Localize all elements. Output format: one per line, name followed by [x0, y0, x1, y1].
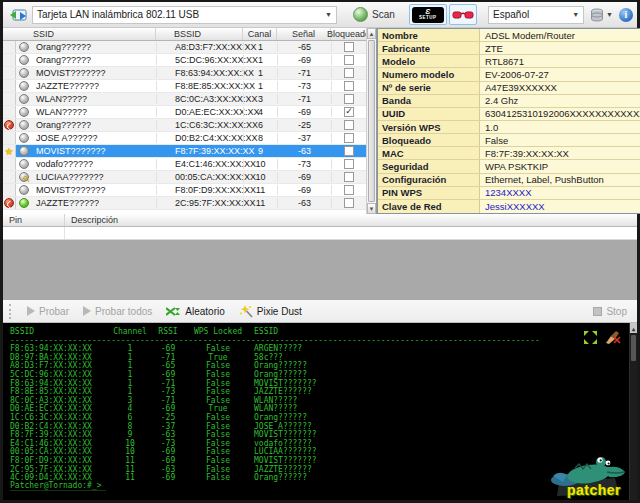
term-col-rssi: RSSI	[150, 328, 186, 337]
cell-ssid: MOVIST???????	[32, 68, 156, 78]
pin-cell	[3, 227, 65, 239]
table-row[interactable]: JAZZTE?????? F8:8E:85:XX:XX:XX 1 -73	[3, 80, 366, 93]
cell-ssid: JAZZTE??????	[32, 81, 156, 91]
blocked-checkbox[interactable]	[344, 133, 354, 143]
detail-value-network-key[interactable]: JessiXXXXXX	[480, 200, 640, 213]
cell-senal: -73	[277, 159, 331, 169]
pixie-dust-button[interactable]: Pixie Dust	[235, 303, 306, 320]
database-button[interactable]: ▼	[590, 8, 613, 22]
table-row-selected[interactable]: ★ MOVIST??????? F8:7F:39:XX:XX:XX 9 -63	[3, 145, 366, 158]
table-row[interactable]: JOSE A?????? D0:B2:C4:XX:XX:XX 8 -37	[3, 132, 366, 145]
terminal-row: F8:7F:39:XX:XX:XX9-63FalseMOVIST???????	[10, 431, 637, 440]
column-header-canal[interactable]: Canal	[243, 28, 277, 40]
blocked-checkbox[interactable]	[344, 107, 354, 117]
column-header-bloqueado[interactable]: Bloqueado	[331, 28, 366, 40]
cell-bssid: D0:B2:C4:XX:XX:XX	[156, 133, 243, 143]
terminal-row: E4:C1:46:XX:XX:XX10-73Falsevodafo??????	[10, 440, 637, 449]
blocked-checkbox[interactable]	[344, 55, 354, 65]
scroll-up-arrow[interactable]: ▲	[367, 28, 376, 39]
table-row[interactable]: WLAN????? 8C:0C:A3:XX:XX:XX 3 -71	[3, 93, 366, 106]
table-row[interactable]: MOVIST??????? F8:63:94:XX:XX:XX 1 -71	[3, 67, 366, 80]
scrollbar-thumb[interactable]	[368, 40, 375, 202]
probar-button[interactable]: Probar	[23, 304, 73, 319]
stop-button[interactable]: Stop	[589, 304, 631, 319]
table-row[interactable]: JAZZTE?????? 2C:95:7F:XX:XX:XX 11 -63	[3, 197, 366, 210]
table-row[interactable]: Orang?????? 5C:DC:96:XX:XX:XX 1 -69	[3, 54, 366, 67]
cell-bssid: 1C:C6:3C:XX:XX:XX	[156, 120, 243, 130]
detail-value-pin-wps[interactable]: 1234XXXX	[480, 187, 640, 199]
table-row[interactable]: Orang?????? A8:D3:F7:XX:XX:XX 1 -65	[3, 41, 366, 54]
table-row[interactable]: vodafo?????? E4:C1:46:XX:XX:XX 10 -73	[3, 158, 366, 171]
signal-sphere-key-icon	[16, 172, 32, 182]
blocked-checkbox[interactable]	[344, 81, 354, 91]
cell-canal: 3	[243, 94, 277, 104]
blocked-checkbox[interactable]	[344, 94, 354, 104]
magic-wand-icon	[239, 305, 253, 318]
column-header-senal[interactable]: Señal	[277, 28, 331, 40]
terminal-output: BSSID Channel RSSI WPS Locked ESSID ----…	[3, 323, 637, 483]
column-header-ssid[interactable]: SSID	[3, 28, 156, 40]
cell-senal: -69	[277, 172, 331, 182]
detail-value: 1.0	[480, 121, 640, 133]
blocked-checkbox[interactable]	[344, 198, 354, 208]
terminal-row: A8:D3:F7:XX:XX:XX1-65FalseOrang??????	[10, 362, 637, 371]
detail-value: ADSL Modem/Router	[480, 29, 640, 41]
chevron-down-icon: ▼	[319, 11, 332, 18]
detail-row: SeguridadWPA PSKTKIP	[378, 160, 640, 173]
detail-label: Numero modelo	[378, 68, 480, 80]
scroll-up-arrow[interactable]: ▲	[630, 323, 637, 333]
scrollbar-thumb[interactable]	[631, 335, 636, 361]
blocked-checkbox[interactable]	[344, 185, 354, 195]
detail-label: Nombre	[378, 29, 480, 41]
terminal-prompt[interactable]: Patcher@Tornado:#_>	[10, 481, 106, 491]
star-icon: ★	[5, 146, 14, 157]
column-header-descripcion[interactable]: Descripción	[65, 214, 637, 226]
cell-bssid: 2C:95:7F:XX:XX:XX	[156, 198, 243, 208]
detail-row: Banda2.4 Ghz	[378, 95, 640, 108]
pin-table-empty-row[interactable]	[3, 227, 637, 240]
wps-setup-button[interactable]: Ɛ SETUP	[409, 4, 447, 25]
pixie-glasses-button[interactable]	[449, 4, 477, 25]
adapter-select[interactable]: Tarjeta LAN inalámbrica 802.11 USB ▼	[32, 6, 337, 24]
row-gutter	[3, 197, 16, 209]
scan-button[interactable]: Scan	[353, 7, 395, 22]
scroll-down-arrow[interactable]: ▼	[367, 203, 376, 214]
blocked-checkbox[interactable]	[344, 42, 354, 52]
detail-row: Clave de RedJessiXXXXXX	[378, 200, 640, 213]
row-gutter	[3, 171, 16, 183]
blocked-checkbox[interactable]	[344, 172, 354, 182]
cell-canal: 4	[243, 107, 277, 117]
network-table-scrollbar[interactable]: ▲ ▼	[366, 28, 376, 214]
column-header-pin[interactable]: Pin	[3, 214, 65, 226]
table-row[interactable]: WLAN????? D0:AE:EC:XX:XX:XX 4 -69	[3, 106, 366, 119]
table-row[interactable]: LUCIAA??????? 00:05:CA:XX:XX:XX 10 -69	[3, 171, 366, 184]
blocked-checkbox[interactable]	[344, 68, 354, 78]
cell-ssid: JAZZTE??????	[32, 198, 156, 208]
info-button[interactable]: i	[619, 8, 633, 22]
signal-sphere-icon	[16, 185, 32, 195]
toolbar-grip[interactable]	[9, 304, 13, 319]
language-select-value: Español	[493, 9, 529, 20]
terminal[interactable]: BSSID Channel RSSI WPS Locked ESSID ----…	[3, 323, 637, 500]
cell-senal: -69	[277, 55, 331, 65]
resize-arrows-icon[interactable]	[584, 331, 597, 344]
blocked-checkbox[interactable]	[344, 146, 354, 156]
aleatorio-label: Aleatorio	[185, 306, 224, 317]
cell-bssid: F8:63:94:XX:XX:XX	[156, 68, 243, 78]
blocked-checkbox[interactable]	[344, 159, 354, 169]
aleatorio-button[interactable]: Aleatorio	[162, 304, 228, 319]
detail-label: UUID	[378, 108, 480, 120]
detail-value: F8:7F:39:XX:XX:XX	[480, 147, 640, 159]
cell-canal: 1	[243, 55, 277, 65]
term-col-wps: WPS Locked	[186, 328, 250, 337]
language-select[interactable]: Español ▼	[488, 6, 584, 24]
probar-todos-button[interactable]: Probar todos	[79, 304, 156, 319]
table-row[interactable]: Orang?????? 1C:C6:3C:XX:XX:XX 6 -25	[3, 119, 366, 132]
clear-brush-icon[interactable]	[605, 331, 621, 344]
blocked-checkbox[interactable]	[344, 120, 354, 130]
cell-canal: 6	[243, 120, 277, 130]
column-header-bssid[interactable]: BSSID	[156, 28, 243, 40]
term-col-essid: ESSID	[250, 328, 278, 337]
row-gutter	[3, 184, 16, 196]
table-row[interactable]: MOVIST??????? F8:0F:D9:XX:XX:XX 11 -69	[3, 184, 366, 197]
